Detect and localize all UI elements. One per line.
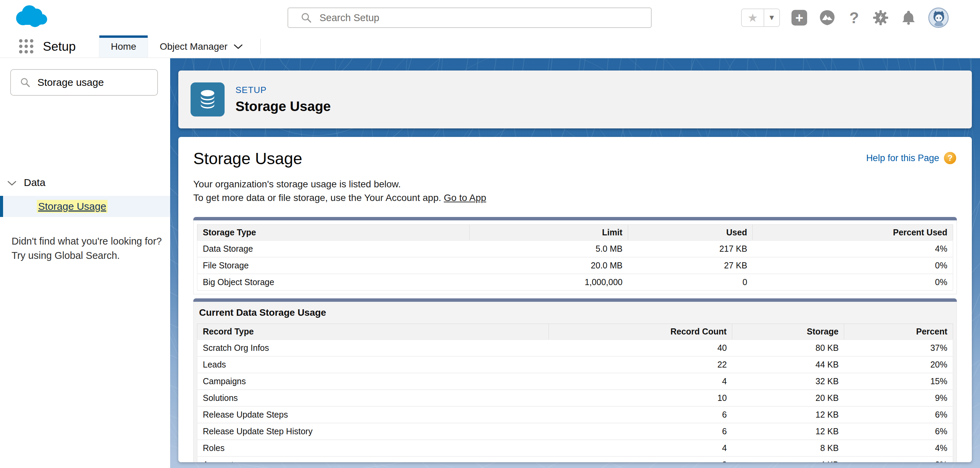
quick-find-input[interactable] [37,77,169,88]
table-header-row: Record Type Record Count Storage Percent [197,324,953,340]
help-for-this-page-link[interactable]: Help for this Page ? [866,152,956,164]
content-area: Data Storage Usage Didn't find what you'… [0,58,980,468]
table-row: Release Update Step History612 KB6% [197,423,953,440]
table-cell: 8 KB [732,440,844,457]
table-cell: File Storage [197,257,469,274]
section-top-bar [193,299,957,302]
col-record-count: Record Count [549,324,732,340]
table-cell: 44 KB [732,356,844,373]
help-question-icon: ? [944,152,956,164]
table-row: Scratch Org Infos4080 KB37% [197,340,953,356]
global-header: ★ ▼ + ? [0,0,980,35]
table-cell: 4 KB [732,457,844,462]
sidebar-not-found-note: Didn't find what you're looking for? Try… [11,234,162,263]
salesforce-setup-app: ★ ▼ + ? [0,0,980,58]
table-cell: Release Update Step History [197,423,549,440]
table-row: Campaigns432 KB15% [197,373,953,390]
add-icon[interactable]: + [791,10,807,26]
table-row: Big Object Storage1,000,00000% [197,274,953,291]
table-cell: 20 KB [732,390,844,406]
table-cell: 0% [753,257,953,274]
col-percent-used: Percent Used [753,225,953,241]
table-cell: 0 [628,274,752,291]
intro-text: Your organization's storage usage is lis… [193,177,957,205]
table-cell: 10 [549,390,732,406]
user-avatar[interactable] [928,8,949,28]
table-row: Release Update Steps612 KB6% [197,406,953,423]
setup-canvas: SETUP Storage Usage Help for this Page ?… [170,58,980,468]
setup-gear-icon[interactable] [872,10,889,26]
table-cell: 15% [844,373,953,390]
header-actions: ★ ▼ + ? [741,0,949,35]
table-cell: 6 [549,406,732,423]
intro-line1: Your organization's storage usage is lis… [193,179,401,189]
table-cell: 6% [844,423,953,440]
search-icon [301,12,312,24]
tab-object-manager-label: Object Manager [159,41,227,52]
table-cell: 217 KB [628,240,752,257]
favorites-caret-icon[interactable]: ▼ [764,9,779,26]
help-link-label: Help for this Page [866,153,939,163]
col-record-type: Record Type [197,324,549,340]
notifications-bell-icon[interactable] [900,10,917,26]
table-row: Leads2244 KB20% [197,356,953,373]
storage-usage-panel: Help for this Page ? Storage Usage Your … [178,137,972,462]
table-cell: 4% [753,240,953,257]
search-icon [20,77,30,88]
favorites-button-group: ★ ▼ [741,8,780,27]
data-usage-table: Record Type Record Count Storage Percent… [197,324,953,462]
page-eyebrow: SETUP [235,85,331,95]
table-cell: 80 KB [732,340,844,356]
table-cell: Leads [197,356,549,373]
table-cell: 4% [844,440,953,457]
storage-database-icon [191,82,224,117]
sidebar-quick-find[interactable] [10,69,158,96]
table-cell: Campaigns [197,373,549,390]
table-row: Roles48 KB4% [197,440,953,457]
table-cell: 27 KB [628,257,752,274]
global-search-box[interactable] [288,8,652,28]
tab-object-manager[interactable]: Object Manager [148,35,254,58]
table-cell: 0% [753,274,953,291]
not-found-line2: Try using Global Search. [11,250,120,261]
table-cell: 6% [844,406,953,423]
trailhead-icon[interactable] [819,9,836,26]
table-cell: 4 [549,373,732,390]
favorites-star-icon[interactable]: ★ [742,9,764,26]
app-launcher-icon[interactable] [19,39,34,54]
help-icon[interactable]: ? [847,8,861,27]
table-row: Accounts24 KB2% [197,457,953,462]
sidebar-section-data[interactable]: Data [0,177,45,188]
table-cell: 1,000,000 [469,274,628,291]
table-cell: 32 KB [732,373,844,390]
not-found-line1: Didn't find what you're looking for? [11,236,162,247]
col-storage: Storage [732,324,844,340]
table-cell: 20.0 MB [469,257,628,274]
salesforce-cloud-logo [13,3,51,29]
storage-usage-link[interactable]: Storage Usage [37,200,108,213]
search-setup-input[interactable] [320,12,644,24]
intro-line2: To get more data or file storage, use th… [193,192,444,203]
go-to-app-link[interactable]: Go to App [444,192,486,203]
section-top-bar [193,217,957,220]
sidebar-item-storage-usage[interactable]: Storage Usage [0,196,170,217]
page-header-card: SETUP Storage Usage [178,70,972,128]
table-cell: 4 [549,440,732,457]
table-row: File Storage20.0 MB27 KB0% [197,257,953,274]
table-cell: 40 [549,340,732,356]
setup-app-label: Setup [43,40,76,54]
table-row: Solutions1020 KB9% [197,390,953,406]
table-cell: Roles [197,440,549,457]
storage-totals-section: Storage Type Limit Used Percent Used Dat… [193,217,957,294]
setup-nav-bar: Setup Home Object Manager [0,35,980,58]
tab-home[interactable]: Home [99,35,148,58]
page-title: Storage Usage [235,99,331,114]
section-title: Current Data Storage Usage [197,302,953,324]
table-cell: Big Object Storage [197,274,469,291]
table-cell: 2% [844,457,953,462]
col-percent: Percent [844,324,953,340]
col-limit: Limit [469,225,628,241]
table-row: Data Storage5.0 MB217 KB4% [197,240,953,257]
tab-divider [260,39,261,54]
chevron-down-icon [8,180,16,186]
